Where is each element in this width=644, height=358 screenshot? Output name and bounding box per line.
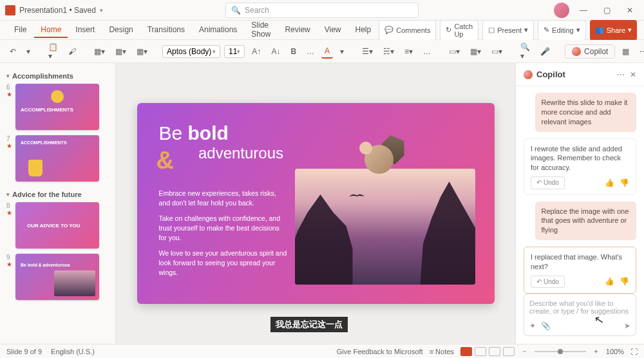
redo-button[interactable]: ▾ xyxy=(23,45,33,58)
font-color[interactable]: A xyxy=(321,44,333,59)
thumbs-down-icon[interactable]: 👎 xyxy=(620,276,629,287)
tab-insert[interactable]: Insert xyxy=(69,23,101,38)
tab-design[interactable]: Design xyxy=(102,23,139,38)
slideshow-view-button[interactable] xyxy=(503,347,515,356)
attach-icon[interactable]: 📎 xyxy=(541,321,551,330)
zoom-slider[interactable] xyxy=(535,351,586,352)
tab-slideshow[interactable]: Slide Show xyxy=(245,18,277,42)
zoom-out-button[interactable]: － xyxy=(521,346,528,356)
styles-button[interactable]: ▭▾ xyxy=(488,45,506,58)
search-icon: 🔍 xyxy=(231,6,241,15)
font-color-more[interactable]: ▾ xyxy=(337,45,347,58)
designer-button[interactable]: ▦ xyxy=(619,45,632,58)
slide-thumb-9[interactable]: 9★ Be bold & adventurous xyxy=(6,254,109,300)
slide-body: Embrace new experiences, takes risks, an… xyxy=(159,189,288,278)
copilot-input[interactable]: Describe what you'd like to create, or t… xyxy=(524,294,636,336)
sorter-view-button[interactable] xyxy=(475,347,486,356)
undo-button[interactable]: ↶ xyxy=(6,45,19,58)
dictate-button[interactable]: 🎤 xyxy=(537,45,553,58)
statusbar: Slide 9 of 9 English (U.S.) Give Feedbac… xyxy=(0,344,644,358)
tab-view[interactable]: View xyxy=(318,23,348,38)
tab-review[interactable]: Review xyxy=(278,23,316,38)
ampersand-icon: & xyxy=(156,147,174,174)
thumbs-up-icon[interactable]: 👍 xyxy=(605,178,614,188)
thumbs-down-icon[interactable]: 👎 xyxy=(620,178,629,188)
tab-transitions[interactable]: Transitions xyxy=(141,23,191,38)
font-size-selector[interactable]: 11▾ xyxy=(224,45,245,58)
document-title[interactable]: Presentation1 • Saved xyxy=(19,6,96,15)
font-selector[interactable]: Aptos (Body)▾ xyxy=(162,45,220,58)
feedback-link[interactable]: Give Feedback to Microsoft xyxy=(337,348,423,355)
zoom-in-button[interactable]: ＋ xyxy=(592,346,600,356)
new-slide-button[interactable]: ▦▾ xyxy=(91,45,108,58)
copilot-placeholder: Describe what you'd like to create, or t… xyxy=(529,299,630,317)
copilot-pane: Copilot ⋯ ✕ Rewrite this slide to make i… xyxy=(515,63,644,344)
slide-thumb-6[interactable]: 6★ ACCOMPLISHMENTS xyxy=(6,84,109,130)
close-button[interactable]: ✕ xyxy=(621,3,639,18)
slide-counter[interactable]: Slide 9 of 9 xyxy=(6,348,42,355)
bold-button[interactable]: B xyxy=(287,45,299,58)
tab-help[interactable]: Help xyxy=(349,23,378,38)
close-icon[interactable]: ✕ xyxy=(630,70,636,79)
normal-view-button[interactable] xyxy=(460,347,472,356)
tab-animations[interactable]: Animations xyxy=(193,23,243,38)
paste-button[interactable]: 📋▾ xyxy=(45,41,61,62)
copilot-title: Copilot xyxy=(536,70,565,79)
app-logo xyxy=(5,5,15,15)
para-more[interactable]: … xyxy=(420,45,434,58)
reading-view-button[interactable] xyxy=(489,347,500,356)
increase-font[interactable]: A↑ xyxy=(249,45,264,58)
zoom-level[interactable]: 100% xyxy=(606,348,624,355)
decrease-font[interactable]: A↓ xyxy=(268,45,283,58)
send-icon[interactable]: ➤ xyxy=(624,321,630,330)
find-button[interactable]: 🔍▾ xyxy=(517,41,533,62)
more-icon[interactable]: ⋯ xyxy=(617,70,625,79)
avatar[interactable] xyxy=(554,3,569,18)
sparkle-icon[interactable]: ✦ xyxy=(529,321,536,330)
slide-thumb-7[interactable]: 7★ ACCOMPLISHMENTS xyxy=(6,135,109,182)
minimize-button[interactable]: — xyxy=(574,3,592,18)
editing-button[interactable]: ✎ Editing ▾ xyxy=(538,20,586,41)
copilot-ai-message: I replaced that image. What's next? ↶ Un… xyxy=(524,247,636,294)
eagle-graphic xyxy=(353,135,404,180)
arrange-button[interactable]: ▦▾ xyxy=(467,45,484,58)
language-selector[interactable]: English (U.S.) xyxy=(51,348,95,355)
tab-file[interactable]: File xyxy=(8,23,33,38)
align-button[interactable]: ≡▾ xyxy=(401,45,416,58)
copilot-button[interactable]: Copilot xyxy=(565,44,615,59)
slide-thumb-8[interactable]: 8★ OUR ADVICE TO YOU xyxy=(6,202,109,249)
thumbs-up-icon[interactable]: 👍 xyxy=(605,276,614,287)
undo-button[interactable]: ↶ Undo xyxy=(531,276,565,288)
share-button[interactable]: 👥 Share ▾ xyxy=(590,20,637,41)
catchup-button[interactable]: ↻ Catch Up xyxy=(440,20,478,41)
section-button[interactable]: ▦▾ xyxy=(133,45,151,58)
ribbon-tabs: File Home Insert Design Transitions Anim… xyxy=(0,21,644,40)
undo-button[interactable]: ↶ Undo xyxy=(531,176,565,189)
numbering-button[interactable]: ☵▾ xyxy=(380,45,397,58)
maximize-button[interactable]: ▢ xyxy=(598,3,616,18)
comments-button[interactable]: 💬 Comments xyxy=(379,20,436,41)
present-button[interactable]: ▢ Present ▾ xyxy=(482,20,534,41)
search-input[interactable]: 🔍 Search xyxy=(225,3,419,18)
slide-navigator: ▾Accomplishments 6★ ACCOMPLISHMENTS 7★ A… xyxy=(0,63,116,344)
fit-button[interactable]: ⛶ xyxy=(630,348,638,355)
tab-home[interactable]: Home xyxy=(34,23,68,38)
current-slide: Be bold &adventurous Embrace new experie… xyxy=(137,103,495,304)
slide-subtitle: adventurous xyxy=(198,144,283,162)
layout-button[interactable]: ▦▾ xyxy=(112,45,129,58)
chevron-down-icon[interactable]: ▾ xyxy=(100,7,103,14)
section-header[interactable]: ▾Accomplishments xyxy=(6,68,109,84)
copilot-user-message: Replace the image with one that goes wit… xyxy=(535,202,637,241)
more-font[interactable]: … xyxy=(303,45,317,58)
copilot-user-message: Rewrite this slide to make it more conci… xyxy=(535,93,637,132)
slide-title: Be bold xyxy=(159,124,473,143)
search-placeholder: Search xyxy=(245,6,269,15)
bullets-button[interactable]: ☰▾ xyxy=(359,45,376,58)
slide-canvas[interactable]: Be bold &adventurous Embrace new experie… xyxy=(116,63,515,344)
section-header-2[interactable]: ▾Advice for the future xyxy=(6,187,109,202)
copilot-icon xyxy=(572,47,581,56)
overflow-button[interactable]: ⋯ xyxy=(636,45,644,58)
format-painter[interactable]: 🖌 xyxy=(65,45,79,58)
notes-toggle[interactable]: ≡ Notes xyxy=(430,348,454,355)
shapes-button[interactable]: ▭▾ xyxy=(446,45,463,58)
